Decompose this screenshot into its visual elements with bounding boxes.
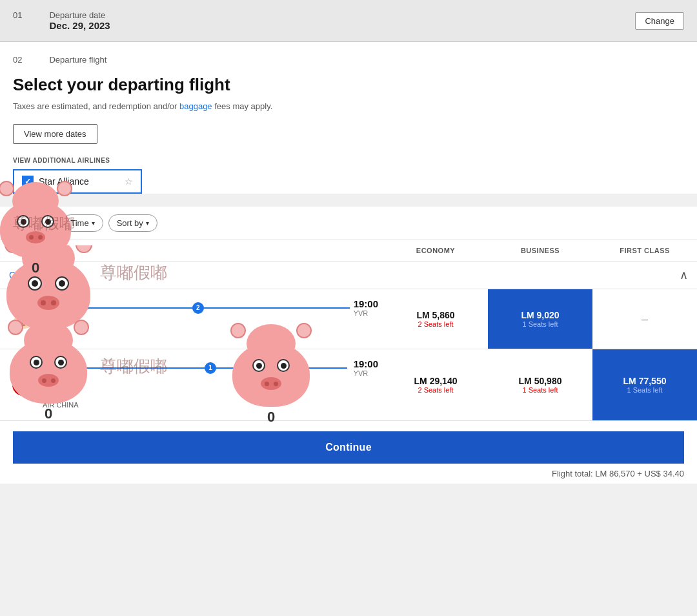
economy-price-cell-1[interactable]: LM 5,860 2 Seats left: [383, 289, 488, 349]
flight-num-2: CA 997: [43, 377, 378, 389]
business-amount-1: LM 9,020: [493, 310, 587, 320]
table-header-row: ECONOMY BUSINESS FIRST CLASS: [0, 240, 697, 262]
flight-info-cell-2: 22:00 PEK 1 19:00 YVR: [0, 349, 383, 421]
continue-button[interactable]: Continue: [13, 431, 684, 464]
page-title: Select your departing flight: [13, 75, 684, 95]
arrive-block-1: 19:00 YVR: [354, 298, 378, 317]
baggage-link[interactable]: baggage: [179, 101, 212, 111]
results-table: ECONOMY BUSINESS FIRST CLASS Close ∧: [0, 240, 697, 421]
subtitle-end: fees may apply.: [212, 101, 273, 111]
star-alliance-label: Star Alliance: [39, 176, 119, 187]
step-02-row: 02 Departure flight: [13, 55, 684, 65]
close-chevron-icon[interactable]: ∧: [680, 268, 688, 282]
continue-section: Continue Flight total: LM 86,570 + US$ 3…: [0, 421, 697, 484]
flight-timeline-2: 22:00 PEK 1 19:00 YVR: [43, 358, 378, 411]
star-icon: ☆: [125, 176, 133, 187]
departure-date-value: Dec. 29, 2023: [49, 20, 110, 31]
col-header-flight: [0, 240, 383, 262]
time-label: Time: [70, 218, 88, 228]
flight-details-1: from China: [43, 317, 378, 340]
step-02-label: Departure flight: [49, 55, 106, 65]
first-price-cell-2[interactable]: LM 77,550 1 Seats left: [592, 349, 697, 421]
close-row: Close ∧: [0, 262, 697, 289]
step-01-num: 01: [13, 10, 22, 20]
table-row-2: 22:00 PEK 1 19:00 YVR: [0, 349, 697, 421]
first-seats-2: 1 Seats left: [598, 386, 692, 394]
arrive-block-2: 19:00 YVR: [354, 358, 378, 377]
flight-info-cell-1: 🐷 2: [0, 289, 383, 349]
col-header-first: FIRST CLASS: [592, 240, 697, 262]
first-price-cell-1[interactable]: –: [592, 289, 697, 349]
depart-airport-2: PEK: [43, 369, 67, 377]
filter-row: 0 尊嘟假嘟 Stops ▾ Time ▾ Sort by ▾: [0, 207, 697, 240]
subtitle-text: Taxes are estimated, and redemption and/…: [13, 101, 179, 111]
depart-block-2: 22:00 PEK: [43, 358, 67, 377]
arrive-airport-1: YVR: [354, 309, 378, 317]
flight-details-2: CA 997 One stop AIR CHINA: [43, 377, 378, 411]
depart-time-2: 22:00: [43, 358, 67, 369]
sort-by-label: Sort by: [117, 218, 143, 228]
svg-point-1: [21, 383, 25, 387]
stop-dot-1: 2: [192, 302, 204, 314]
country-label-1: China: [43, 329, 378, 340]
stop-dot-2: 1: [205, 362, 216, 374]
business-seats-1: 1 Seats left: [493, 320, 587, 328]
flight-info-2: 22:00 PEK 1 19:00 YVR: [5, 358, 378, 411]
economy-price-cell-2[interactable]: LM 29,140 2 Seats left: [383, 349, 488, 421]
flight-info-1: 🐷 2: [5, 298, 378, 340]
change-date-button[interactable]: Change: [635, 12, 684, 30]
business-amount-2: LM 50,980: [493, 376, 587, 386]
economy-amount-1: LM 5,860: [389, 310, 483, 320]
economy-seats-2: 2 Seats left: [389, 386, 483, 394]
table-row-1: 🐷 2: [0, 289, 697, 349]
star-alliance-checkbox[interactable]: [22, 176, 34, 187]
stop-label-2: One stop: [43, 389, 378, 400]
flight-timeline-1: 2 19:00 YVR from China: [43, 298, 378, 340]
airline-name-2: AIR CHINA: [43, 400, 378, 411]
view-more-dates-button[interactable]: View more dates: [13, 124, 97, 144]
col-header-economy: ECONOMY: [383, 240, 488, 262]
economy-amount-2: LM 29,140: [389, 376, 483, 386]
arrive-time-1: 19:00: [354, 298, 378, 309]
timeline-1: 2: [46, 307, 350, 309]
close-label[interactable]: Close: [9, 270, 32, 280]
time-arrow-icon: ▾: [92, 220, 95, 227]
arrive-time-2: 19:00: [354, 358, 378, 369]
airline-logo-2: [12, 373, 35, 396]
star-alliance-checkbox-row[interactable]: Star Alliance ☆: [13, 169, 142, 194]
first-amount-2: LM 77,550: [598, 376, 692, 386]
sort-by-arrow-icon: ▾: [146, 220, 149, 227]
business-price-cell-1[interactable]: LM 9,020 1 Seats left: [488, 289, 592, 349]
section-01: 01 Departure date Dec. 29, 2023 Change: [0, 0, 697, 42]
business-price-cell-2[interactable]: LM 50,980 1 Seats left: [488, 349, 592, 421]
flight-results-section: 0 尊嘟假嘟 Stops ▾ Time ▾ Sort by ▾: [0, 207, 697, 421]
business-seats-2: 1 Seats left: [493, 386, 587, 394]
section-02: 02 Departure flight Select your departin…: [0, 42, 697, 194]
sort-by-filter-button[interactable]: Sort by ▾: [108, 214, 157, 232]
arrive-airport-2: YVR: [354, 369, 378, 377]
departure-date-block: Departure date Dec. 29, 2023: [49, 10, 110, 31]
additional-airlines-label: VIEW ADDITIONAL AIRLINES: [13, 157, 684, 164]
page-wrapper: 01 Departure date Dec. 29, 2023 Change 0…: [0, 0, 697, 484]
subtitle: Taxes are estimated, and redemption and/…: [13, 101, 684, 111]
airline-logo-1: 🐷: [12, 307, 35, 331]
stops-arrow-icon: ▾: [45, 220, 48, 227]
timeline-2: 1: [74, 367, 347, 369]
economy-seats-1: 2 Seats left: [389, 320, 483, 328]
departure-date-label: Departure date: [49, 10, 110, 20]
time-filter-button[interactable]: Time ▾: [62, 214, 103, 232]
step-02-num: 02: [13, 55, 22, 65]
stops-filter-button[interactable]: Stops ▾: [13, 214, 57, 232]
stops-label: Stops: [21, 218, 43, 228]
section-01-left: 01 Departure date Dec. 29, 2023: [13, 10, 110, 31]
first-dash-1: –: [598, 313, 692, 326]
from-label-1: from: [43, 317, 378, 329]
close-row-inner: Close ∧: [9, 268, 688, 282]
col-header-business: BUSINESS: [488, 240, 592, 262]
flight-total: Flight total: LM 86,570 + US$ 34.40: [13, 464, 684, 484]
